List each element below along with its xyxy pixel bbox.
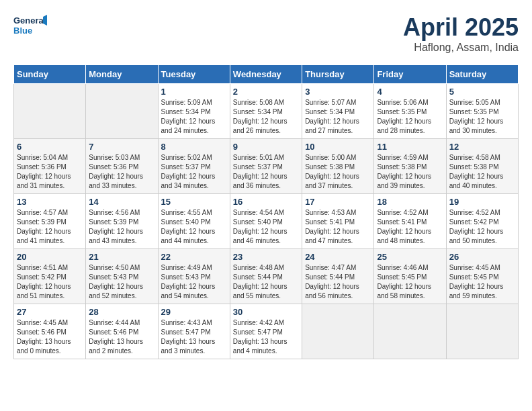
day-detail: Sunrise: 5:08 AMSunset: 5:34 PMDaylight:…: [233, 98, 299, 136]
day-detail: Sunrise: 5:04 AMSunset: 5:36 PMDaylight:…: [17, 153, 83, 191]
calendar-cell: 15Sunrise: 4:55 AMSunset: 5:40 PMDayligh…: [158, 194, 230, 249]
day-number: 28: [89, 307, 154, 317]
day-detail: Sunrise: 5:02 AMSunset: 5:37 PMDaylight:…: [161, 153, 227, 191]
calendar-cell: 19Sunrise: 4:52 AMSunset: 5:42 PMDayligh…: [446, 194, 518, 249]
day-number: 6: [17, 142, 83, 152]
calendar-cell: [86, 84, 158, 139]
day-detail: Sunrise: 5:03 AMSunset: 5:36 PMDaylight:…: [89, 153, 154, 191]
calendar-cell: 22Sunrise: 4:49 AMSunset: 5:43 PMDayligh…: [158, 249, 230, 304]
day-number: 13: [17, 197, 83, 207]
day-detail: Sunrise: 4:45 AMSunset: 5:45 PMDaylight:…: [449, 263, 515, 301]
day-number: 23: [233, 252, 299, 262]
day-detail: Sunrise: 4:49 AMSunset: 5:43 PMDaylight:…: [161, 263, 227, 301]
day-number: 12: [449, 142, 515, 152]
week-row-4: 20Sunrise: 4:51 AMSunset: 5:42 PMDayligh…: [14, 249, 519, 304]
calendar-cell: 30Sunrise: 4:42 AMSunset: 5:47 PMDayligh…: [230, 304, 302, 359]
week-row-3: 13Sunrise: 4:57 AMSunset: 5:39 PMDayligh…: [14, 194, 519, 249]
header: General Blue April 2025 Haflong, Assam, …: [13, 13, 519, 54]
weekday-header-friday: Friday: [374, 65, 446, 84]
calendar-cell: 7Sunrise: 5:03 AMSunset: 5:36 PMDaylight…: [86, 139, 158, 194]
day-detail: Sunrise: 4:56 AMSunset: 5:39 PMDaylight:…: [89, 208, 154, 246]
calendar-cell: 11Sunrise: 4:59 AMSunset: 5:38 PMDayligh…: [374, 139, 446, 194]
week-row-2: 6Sunrise: 5:04 AMSunset: 5:36 PMDaylight…: [14, 139, 519, 194]
calendar-cell: [14, 84, 86, 139]
day-number: 7: [89, 142, 154, 152]
title-area: April 2025 Haflong, Assam, India: [403, 13, 519, 54]
weekday-header-tuesday: Tuesday: [158, 65, 230, 84]
calendar-cell: 1Sunrise: 5:09 AMSunset: 5:34 PMDaylight…: [158, 84, 230, 139]
weekday-header-row: SundayMondayTuesdayWednesdayThursdayFrid…: [14, 65, 519, 84]
day-number: 29: [161, 307, 227, 317]
weekday-header-wednesday: Wednesday: [230, 65, 302, 84]
day-number: 25: [377, 252, 443, 262]
day-detail: Sunrise: 4:59 AMSunset: 5:38 PMDaylight:…: [377, 153, 443, 191]
day-number: 14: [89, 197, 154, 207]
day-number: 24: [305, 252, 371, 262]
calendar-cell: 24Sunrise: 4:47 AMSunset: 5:44 PMDayligh…: [302, 249, 374, 304]
day-detail: Sunrise: 4:45 AMSunset: 5:46 PMDaylight:…: [17, 318, 83, 356]
day-detail: Sunrise: 5:05 AMSunset: 5:35 PMDaylight:…: [449, 98, 515, 136]
week-row-1: 1Sunrise: 5:09 AMSunset: 5:34 PMDaylight…: [14, 84, 519, 139]
day-number: 20: [17, 252, 83, 262]
day-number: 9: [233, 142, 299, 152]
calendar-cell: 17Sunrise: 4:53 AMSunset: 5:41 PMDayligh…: [302, 194, 374, 249]
day-number: 22: [161, 252, 227, 262]
day-number: 19: [449, 197, 515, 207]
day-detail: Sunrise: 4:57 AMSunset: 5:39 PMDaylight:…: [17, 208, 83, 246]
calendar-cell: 21Sunrise: 4:50 AMSunset: 5:43 PMDayligh…: [86, 249, 158, 304]
weekday-header-thursday: Thursday: [302, 65, 374, 84]
calendar-cell: 5Sunrise: 5:05 AMSunset: 5:35 PMDaylight…: [446, 84, 518, 139]
calendar-cell: [446, 304, 518, 359]
calendar-cell: 14Sunrise: 4:56 AMSunset: 5:39 PMDayligh…: [86, 194, 158, 249]
day-number: 5: [449, 87, 515, 97]
day-detail: Sunrise: 4:51 AMSunset: 5:42 PMDaylight:…: [17, 263, 83, 301]
calendar-cell: [374, 304, 446, 359]
day-number: 21: [89, 252, 154, 262]
day-detail: Sunrise: 4:48 AMSunset: 5:44 PMDaylight:…: [233, 263, 299, 301]
logo: General Blue: [13, 13, 47, 40]
day-number: 18: [377, 197, 443, 207]
day-detail: Sunrise: 4:50 AMSunset: 5:43 PMDaylight:…: [89, 263, 154, 301]
day-detail: Sunrise: 5:01 AMSunset: 5:37 PMDaylight:…: [233, 153, 299, 191]
day-detail: Sunrise: 5:06 AMSunset: 5:35 PMDaylight:…: [377, 98, 443, 136]
calendar-cell: 16Sunrise: 4:54 AMSunset: 5:40 PMDayligh…: [230, 194, 302, 249]
calendar-cell: 29Sunrise: 4:43 AMSunset: 5:47 PMDayligh…: [158, 304, 230, 359]
calendar-cell: 8Sunrise: 5:02 AMSunset: 5:37 PMDaylight…: [158, 139, 230, 194]
day-number: 16: [233, 197, 299, 207]
day-detail: Sunrise: 4:42 AMSunset: 5:47 PMDaylight:…: [233, 318, 299, 356]
calendar-cell: 23Sunrise: 4:48 AMSunset: 5:44 PMDayligh…: [230, 249, 302, 304]
day-detail: Sunrise: 4:55 AMSunset: 5:40 PMDaylight:…: [161, 208, 227, 246]
calendar-subtitle: Haflong, Assam, India: [403, 42, 519, 54]
day-detail: Sunrise: 4:52 AMSunset: 5:41 PMDaylight:…: [377, 208, 443, 246]
day-detail: Sunrise: 4:46 AMSunset: 5:45 PMDaylight:…: [377, 263, 443, 301]
day-detail: Sunrise: 4:54 AMSunset: 5:40 PMDaylight:…: [233, 208, 299, 246]
calendar-cell: 3Sunrise: 5:07 AMSunset: 5:34 PMDaylight…: [302, 84, 374, 139]
day-number: 26: [449, 252, 515, 262]
calendar-table: SundayMondayTuesdayWednesdayThursdayFrid…: [13, 64, 519, 359]
logo-svg: General Blue: [13, 13, 47, 40]
day-number: 2: [233, 87, 299, 97]
day-detail: Sunrise: 5:09 AMSunset: 5:34 PMDaylight:…: [161, 98, 227, 136]
day-detail: Sunrise: 4:44 AMSunset: 5:46 PMDaylight:…: [89, 318, 154, 356]
day-number: 15: [161, 197, 227, 207]
day-number: 4: [377, 87, 443, 97]
calendar-cell: 4Sunrise: 5:06 AMSunset: 5:35 PMDaylight…: [374, 84, 446, 139]
day-number: 3: [305, 87, 371, 97]
day-number: 17: [305, 197, 371, 207]
calendar-cell: 27Sunrise: 4:45 AMSunset: 5:46 PMDayligh…: [14, 304, 86, 359]
day-detail: Sunrise: 4:53 AMSunset: 5:41 PMDaylight:…: [305, 208, 371, 246]
calendar-cell: 10Sunrise: 5:00 AMSunset: 5:38 PMDayligh…: [302, 139, 374, 194]
calendar-cell: 2Sunrise: 5:08 AMSunset: 5:34 PMDaylight…: [230, 84, 302, 139]
calendar-cell: 26Sunrise: 4:45 AMSunset: 5:45 PMDayligh…: [446, 249, 518, 304]
calendar-cell: 9Sunrise: 5:01 AMSunset: 5:37 PMDaylight…: [230, 139, 302, 194]
day-detail: Sunrise: 4:58 AMSunset: 5:38 PMDaylight:…: [449, 153, 515, 191]
day-detail: Sunrise: 4:47 AMSunset: 5:44 PMDaylight:…: [305, 263, 371, 301]
day-number: 27: [17, 307, 83, 317]
day-detail: Sunrise: 4:52 AMSunset: 5:42 PMDaylight:…: [449, 208, 515, 246]
day-number: 10: [305, 142, 371, 152]
calendar-cell: 12Sunrise: 4:58 AMSunset: 5:38 PMDayligh…: [446, 139, 518, 194]
calendar-cell: 13Sunrise: 4:57 AMSunset: 5:39 PMDayligh…: [14, 194, 86, 249]
day-number: 8: [161, 142, 227, 152]
svg-text:General: General: [13, 15, 46, 26]
day-detail: Sunrise: 5:00 AMSunset: 5:38 PMDaylight:…: [305, 153, 371, 191]
